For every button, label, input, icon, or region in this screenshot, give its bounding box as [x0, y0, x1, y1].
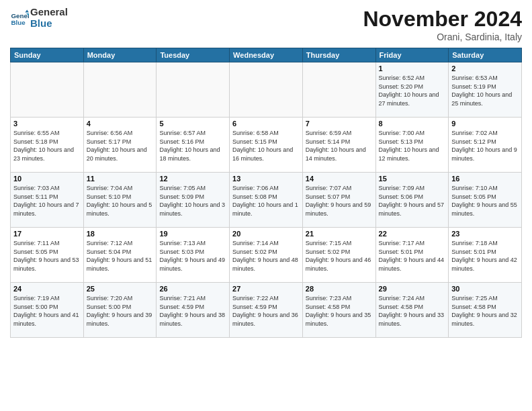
day-number: 28	[306, 285, 373, 293]
calendar-week-4: 17Sunrise: 7:11 AMSunset: 5:05 PMDayligh…	[11, 228, 522, 283]
calendar-cell: 4Sunrise: 6:56 AMSunset: 5:17 PMDaylight…	[83, 118, 157, 173]
day-info: Sunrise: 6:55 AMSunset: 5:18 PMDaylight:…	[13, 129, 81, 163]
day-number: 4	[87, 120, 154, 128]
calendar-cell: 9Sunrise: 7:02 AMSunset: 5:12 PMDaylight…	[449, 118, 522, 173]
page: General Blue GeneralBlue November 2024 O…	[0, 0, 532, 411]
calendar-week-5: 24Sunrise: 7:19 AMSunset: 5:00 PMDayligh…	[11, 283, 522, 338]
day-info: Sunrise: 6:56 AMSunset: 5:17 PMDaylight:…	[87, 129, 154, 163]
calendar-cell: 25Sunrise: 7:20 AMSunset: 5:00 PMDayligh…	[83, 283, 157, 338]
day-number: 10	[13, 175, 81, 183]
calendar-cell: 15Sunrise: 7:09 AMSunset: 5:06 PMDayligh…	[375, 173, 449, 228]
calendar-cell: 8Sunrise: 7:00 AMSunset: 5:13 PMDaylight…	[375, 118, 449, 173]
day-number: 26	[159, 285, 226, 293]
logo-icon: General Blue	[10, 9, 29, 28]
calendar-week-1: 1Sunrise: 6:52 AMSunset: 5:20 PMDaylight…	[11, 62, 522, 118]
col-saturday: Saturday	[449, 48, 522, 62]
day-info: Sunrise: 7:14 AMSunset: 5:02 PMDaylight:…	[232, 239, 300, 273]
day-number: 6	[232, 120, 300, 128]
col-friday: Friday	[375, 48, 449, 62]
calendar-cell: 21Sunrise: 7:15 AMSunset: 5:02 PMDayligh…	[302, 228, 375, 283]
header: General Blue GeneralBlue November 2024 O…	[10, 7, 522, 42]
calendar-cell	[230, 62, 303, 118]
calendar-cell	[83, 62, 157, 118]
calendar-cell: 3Sunrise: 6:55 AMSunset: 5:18 PMDaylight…	[11, 118, 84, 173]
logo-text: GeneralBlue	[30, 7, 68, 29]
day-number: 24	[13, 285, 81, 293]
day-info: Sunrise: 7:05 AMSunset: 5:09 PMDaylight:…	[159, 184, 226, 218]
day-number: 5	[159, 120, 226, 128]
day-info: Sunrise: 7:23 AMSunset: 4:58 PMDaylight:…	[306, 294, 373, 328]
col-wednesday: Wednesday	[230, 48, 303, 62]
day-info: Sunrise: 7:06 AMSunset: 5:08 PMDaylight:…	[232, 184, 300, 218]
calendar-table: Sunday Monday Tuesday Wednesday Thursday…	[10, 48, 522, 338]
calendar-cell: 20Sunrise: 7:14 AMSunset: 5:02 PMDayligh…	[230, 228, 303, 283]
day-info: Sunrise: 7:07 AMSunset: 5:07 PMDaylight:…	[306, 184, 373, 218]
calendar-cell: 7Sunrise: 6:59 AMSunset: 5:14 PMDaylight…	[302, 118, 375, 173]
day-info: Sunrise: 7:24 AMSunset: 4:58 PMDaylight:…	[379, 294, 446, 328]
day-number: 11	[87, 175, 154, 183]
day-info: Sunrise: 7:21 AMSunset: 4:59 PMDaylight:…	[159, 294, 226, 328]
calendar-cell: 23Sunrise: 7:18 AMSunset: 5:01 PMDayligh…	[449, 228, 522, 283]
calendar-cell: 12Sunrise: 7:05 AMSunset: 5:09 PMDayligh…	[157, 173, 230, 228]
day-number: 3	[13, 120, 81, 128]
calendar-cell: 27Sunrise: 7:22 AMSunset: 4:59 PMDayligh…	[230, 283, 303, 338]
day-info: Sunrise: 7:02 AMSunset: 5:12 PMDaylight:…	[451, 129, 519, 163]
calendar-cell: 28Sunrise: 7:23 AMSunset: 4:58 PMDayligh…	[302, 283, 375, 338]
day-number: 8	[379, 120, 446, 128]
col-sunday: Sunday	[11, 48, 84, 62]
day-number: 19	[159, 230, 226, 238]
day-info: Sunrise: 7:09 AMSunset: 5:06 PMDaylight:…	[379, 184, 446, 218]
calendar-cell: 13Sunrise: 7:06 AMSunset: 5:08 PMDayligh…	[230, 173, 303, 228]
day-number: 16	[451, 175, 519, 183]
day-info: Sunrise: 7:00 AMSunset: 5:13 PMDaylight:…	[379, 129, 446, 163]
col-monday: Monday	[83, 48, 157, 62]
calendar-cell: 6Sunrise: 6:58 AMSunset: 5:15 PMDaylight…	[230, 118, 303, 173]
month-title: November 2024	[363, 7, 522, 32]
day-info: Sunrise: 6:53 AMSunset: 5:19 PMDaylight:…	[451, 74, 519, 107]
calendar-week-3: 10Sunrise: 7:03 AMSunset: 5:11 PMDayligh…	[11, 173, 522, 228]
day-info: Sunrise: 7:20 AMSunset: 5:00 PMDaylight:…	[87, 294, 154, 328]
day-info: Sunrise: 7:12 AMSunset: 5:04 PMDaylight:…	[87, 239, 154, 273]
day-number: 7	[306, 120, 373, 128]
calendar-cell	[11, 62, 84, 118]
calendar-cell: 30Sunrise: 7:25 AMSunset: 4:58 PMDayligh…	[449, 283, 522, 338]
calendar-cell: 26Sunrise: 7:21 AMSunset: 4:59 PMDayligh…	[157, 283, 230, 338]
calendar-cell: 17Sunrise: 7:11 AMSunset: 5:05 PMDayligh…	[11, 228, 84, 283]
day-info: Sunrise: 7:04 AMSunset: 5:10 PMDaylight:…	[87, 184, 154, 218]
calendar-cell: 16Sunrise: 7:10 AMSunset: 5:05 PMDayligh…	[449, 173, 522, 228]
calendar-header-row: Sunday Monday Tuesday Wednesday Thursday…	[11, 48, 522, 62]
day-number: 18	[87, 230, 154, 238]
col-thursday: Thursday	[302, 48, 375, 62]
calendar-cell: 22Sunrise: 7:17 AMSunset: 5:01 PMDayligh…	[375, 228, 449, 283]
day-info: Sunrise: 6:52 AMSunset: 5:20 PMDaylight:…	[379, 74, 446, 107]
day-number: 12	[159, 175, 226, 183]
day-number: 20	[232, 230, 300, 238]
day-info: Sunrise: 7:03 AMSunset: 5:11 PMDaylight:…	[13, 184, 81, 218]
day-number: 27	[232, 285, 300, 293]
day-number: 15	[379, 175, 446, 183]
day-number: 21	[306, 230, 373, 238]
svg-text:Blue: Blue	[11, 18, 26, 26]
day-number: 13	[232, 175, 300, 183]
day-info: Sunrise: 7:22 AMSunset: 4:59 PMDaylight:…	[232, 294, 300, 328]
calendar-cell: 14Sunrise: 7:07 AMSunset: 5:07 PMDayligh…	[302, 173, 375, 228]
calendar-cell: 19Sunrise: 7:13 AMSunset: 5:03 PMDayligh…	[157, 228, 230, 283]
calendar-cell	[302, 62, 375, 118]
day-info: Sunrise: 7:13 AMSunset: 5:03 PMDaylight:…	[159, 239, 226, 273]
day-number: 23	[451, 230, 519, 238]
day-info: Sunrise: 7:18 AMSunset: 5:01 PMDaylight:…	[451, 239, 519, 273]
day-number: 29	[379, 285, 446, 293]
day-number: 2	[451, 64, 519, 73]
svg-marker-2	[25, 9, 29, 12]
calendar-cell: 1Sunrise: 6:52 AMSunset: 5:20 PMDaylight…	[375, 62, 449, 118]
day-info: Sunrise: 6:58 AMSunset: 5:15 PMDaylight:…	[232, 129, 300, 163]
day-number: 1	[379, 64, 446, 73]
day-info: Sunrise: 7:19 AMSunset: 5:00 PMDaylight:…	[13, 294, 81, 328]
day-number: 17	[13, 230, 81, 238]
day-number: 22	[379, 230, 446, 238]
day-number: 25	[87, 285, 154, 293]
calendar-cell: 29Sunrise: 7:24 AMSunset: 4:58 PMDayligh…	[375, 283, 449, 338]
calendar-cell: 24Sunrise: 7:19 AMSunset: 5:00 PMDayligh…	[11, 283, 84, 338]
calendar-cell: 5Sunrise: 6:57 AMSunset: 5:16 PMDaylight…	[157, 118, 230, 173]
day-info: Sunrise: 6:57 AMSunset: 5:16 PMDaylight:…	[159, 129, 226, 163]
